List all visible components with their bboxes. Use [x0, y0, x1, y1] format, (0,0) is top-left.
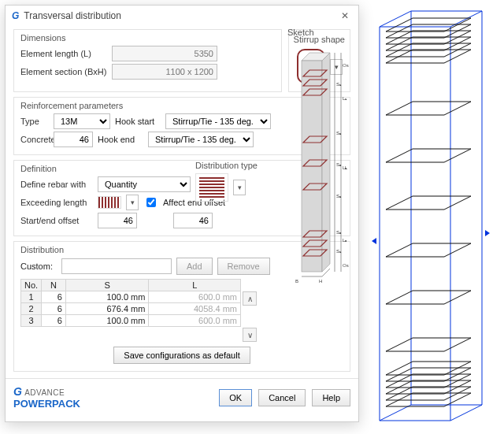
svg-text:S₃: S₃ [336, 230, 342, 235]
close-icon[interactable]: ✕ [338, 10, 352, 21]
table-row[interactable]: 2 6 676.4 mm 4058.4 mm [21, 303, 241, 315]
dialog-transversal-distribution: G Transversal distribution ✕ Dimensions … [5, 5, 359, 422]
svg-marker-2 [322, 53, 330, 272]
ok-button[interactable]: OK [219, 389, 252, 406]
table-header: No. N S L [21, 280, 241, 291]
select-hook-start[interactable]: Stirrup/Tie - 135 deg. [165, 113, 271, 129]
group-title-distribution-type: Distribution type [195, 161, 282, 170]
label-custom: Custom: [20, 262, 57, 271]
col-l: L [149, 280, 241, 291]
svg-text:L₁: L₁ [343, 96, 347, 101]
label-hook-start: Hook start [115, 117, 161, 126]
input-element-length [112, 46, 217, 61]
powerpack-logo: G ADVANCE POWERPACK [13, 385, 213, 410]
svg-text:S₂: S₂ [336, 194, 342, 198]
svg-text:L₃: L₃ [343, 238, 347, 243]
col-n: N [42, 280, 66, 291]
col-s: S [65, 280, 148, 291]
checkbox-affect-end-offset[interactable] [146, 198, 156, 207]
wireframe-preview [364, 5, 498, 428]
select-hook-end[interactable]: Stirrup/Tie - 135 deg. [148, 132, 254, 147]
distribution-type-dropdown[interactable]: ▾ [233, 180, 246, 195]
move-down-button[interactable]: ∨ [243, 328, 257, 342]
distribution-type-icon[interactable] [195, 173, 228, 202]
group-distribution-type: Distribution type ▾ [195, 161, 282, 202]
label-sketch: Sketch [287, 28, 350, 37]
label-element-length: Element length (L) [20, 49, 107, 58]
exceeding-length-dropdown[interactable]: ▾ [126, 195, 139, 210]
svg-marker-26 [485, 230, 490, 236]
remove-button[interactable]: Remove [217, 258, 270, 275]
label-element-section: Element section (BxH) [20, 67, 107, 76]
svg-text:Os: Os [343, 63, 349, 68]
move-up-button[interactable]: ∧ [243, 291, 257, 306]
svg-text:H: H [319, 279, 322, 284]
col-no: No. [21, 280, 42, 291]
dialog-footer: G ADVANCE POWERPACK OK Cancel Help [6, 378, 358, 414]
save-default-button[interactable]: Save configurations as default [113, 347, 250, 364]
add-button[interactable]: Add [176, 258, 213, 275]
input-end-offset[interactable] [173, 213, 213, 228]
input-element-section [112, 64, 217, 80]
app-icon: G [12, 10, 19, 21]
cancel-button[interactable]: Cancel [258, 389, 306, 406]
label-define-rebar: Define rebar with [20, 180, 93, 189]
select-type[interactable]: 13M [54, 113, 110, 129]
svg-text:S₂: S₂ [336, 131, 342, 135]
table-row[interactable]: 1 6 100.0 mm 600.0 mm [21, 291, 241, 303]
exceeding-length-icon[interactable] [98, 196, 121, 209]
svg-text:L: L [345, 165, 348, 170]
svg-marker-20 [380, 405, 482, 421]
input-start-offset[interactable] [98, 213, 137, 228]
svg-marker-25 [372, 238, 376, 244]
help-button[interactable]: Help [312, 389, 350, 406]
svg-text:S₁: S₁ [336, 82, 342, 87]
label-start-end-offset: Start/end offset [20, 216, 93, 225]
select-define-rebar[interactable]: Quantity [98, 176, 191, 192]
input-concrete-cover[interactable] [54, 132, 93, 147]
svg-text:S₁: S₁ [336, 249, 342, 254]
svg-text:B: B [295, 279, 298, 284]
group-dimensions: Dimensions Element length (L) Element se… [13, 29, 282, 92]
window-title: Transversal distribution [24, 10, 121, 21]
label-type: Type [20, 117, 49, 126]
label-hook-end: Hook end [98, 135, 143, 144]
distribution-table[interactable]: No. N S L 1 6 100.0 mm 600.0 mm 2 6 [20, 279, 241, 327]
input-custom[interactable] [61, 258, 172, 274]
svg-text:Os: Os [343, 263, 349, 268]
svg-text:S₃: S₃ [336, 162, 342, 167]
sketch-image: Os S₁ L₁ S₂ S₃ L₂ L S₂ S₃ L₃ S₁ Os B H [287, 40, 349, 292]
title-bar: G Transversal distribution ✕ [6, 6, 358, 24]
group-sketch: Sketch Os S₁ [287, 28, 350, 302]
group-title-dimensions: Dimensions [20, 33, 275, 43]
label-exceeding-length: Exceeding length [20, 198, 93, 207]
table-row[interactable]: 3 6 100.0 mm 600.0 mm [21, 315, 241, 327]
